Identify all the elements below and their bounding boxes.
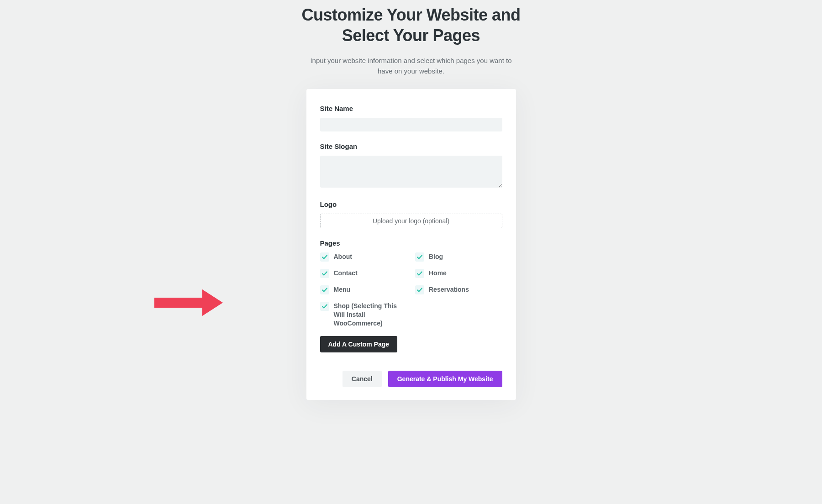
checkmark-icon bbox=[415, 269, 424, 278]
checkmark-icon bbox=[320, 252, 329, 262]
page-subtitle: Input your website information and selec… bbox=[306, 56, 516, 76]
page-item-label: Reservations bbox=[429, 285, 469, 294]
page-item-menu[interactable]: Menu bbox=[320, 285, 407, 294]
logo-label: Logo bbox=[320, 200, 502, 208]
site-name-label: Site Name bbox=[320, 105, 502, 112]
logo-upload-area[interactable]: Upload your logo (optional) bbox=[320, 214, 502, 228]
page-item-home[interactable]: Home bbox=[415, 269, 502, 278]
site-slogan-input[interactable] bbox=[320, 156, 502, 188]
pages-label: Pages bbox=[320, 239, 502, 247]
page-item-contact[interactable]: Contact bbox=[320, 269, 407, 278]
generate-publish-button[interactable]: Generate & Publish My Website bbox=[388, 371, 502, 387]
site-slogan-label: Site Slogan bbox=[320, 142, 502, 150]
checkmark-icon bbox=[320, 269, 329, 278]
logo-group: Logo Upload your logo (optional) bbox=[320, 200, 502, 228]
cancel-button[interactable]: Cancel bbox=[342, 371, 382, 387]
checkmark-icon bbox=[320, 302, 329, 311]
checkmark-icon bbox=[415, 252, 424, 262]
checkmark-icon bbox=[415, 285, 424, 294]
page-title: Customize Your Website and Select Your P… bbox=[288, 5, 534, 46]
page-item-blog[interactable]: Blog bbox=[415, 252, 502, 262]
page-item-label: Shop (Selecting This Will Install WooCom… bbox=[334, 302, 407, 328]
page-item-about[interactable]: About bbox=[320, 252, 407, 262]
page-item-shop[interactable]: Shop (Selecting This Will Install WooCom… bbox=[320, 302, 407, 328]
pages-grid: About Blog Contact bbox=[320, 252, 502, 328]
page-item-label: Menu bbox=[334, 285, 351, 294]
arrow-right-icon bbox=[152, 289, 225, 319]
page-item-reservations[interactable]: Reservations bbox=[415, 285, 502, 294]
checkmark-icon bbox=[320, 285, 329, 294]
footer-actions: Cancel Generate & Publish My Website bbox=[320, 371, 502, 387]
pages-group: Pages About Blog bbox=[320, 239, 502, 352]
page-item-label: About bbox=[334, 252, 352, 261]
site-name-input[interactable] bbox=[320, 118, 502, 131]
customize-card: Site Name Site Slogan Logo Upload your l… bbox=[306, 89, 516, 400]
add-custom-page-button[interactable]: Add A Custom Page bbox=[320, 336, 398, 352]
site-slogan-group: Site Slogan bbox=[320, 142, 502, 189]
page-item-label: Contact bbox=[334, 269, 358, 278]
page-item-label: Home bbox=[429, 269, 447, 278]
site-name-group: Site Name bbox=[320, 105, 502, 131]
page-item-label: Blog bbox=[429, 252, 443, 261]
